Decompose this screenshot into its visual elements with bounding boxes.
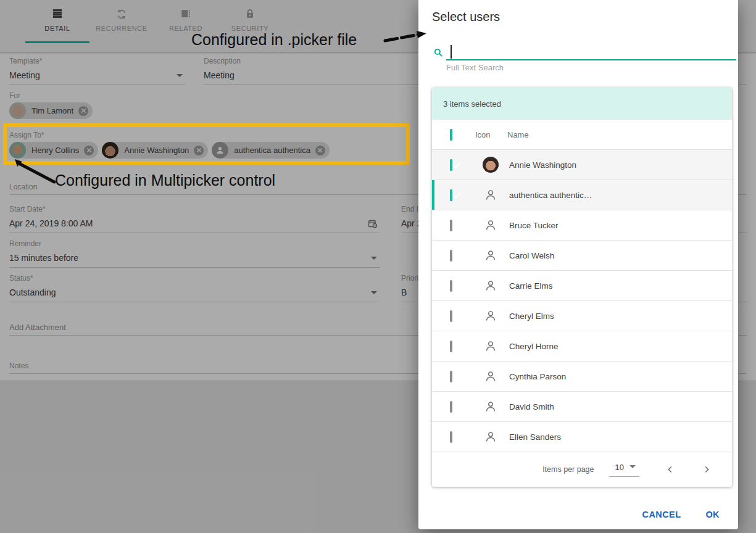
- user-name: Cheryl Elms: [509, 312, 554, 321]
- user-name: Annie Washington: [509, 160, 576, 170]
- user-row[interactable]: Bruce Tucker: [432, 210, 732, 241]
- cancel-button[interactable]: CANCEL: [642, 510, 681, 519]
- user-name: Cheryl Horne: [509, 342, 559, 351]
- previous-page-button[interactable]: [665, 464, 676, 475]
- chevron-down-icon: [629, 465, 636, 468]
- row-checkbox-checked[interactable]: [450, 159, 452, 171]
- user-row[interactable]: Carol Welsh: [432, 241, 732, 271]
- user-name: authentica authentic…: [509, 191, 592, 200]
- row-checkbox[interactable]: [450, 220, 452, 231]
- person-icon: [484, 339, 497, 353]
- text-cursor: [451, 45, 452, 59]
- row-checkbox[interactable]: [450, 401, 452, 413]
- avatar: [483, 157, 499, 173]
- search-icon: [433, 47, 444, 60]
- user-row[interactable]: Annie Washington: [432, 150, 732, 180]
- screen: DETAIL RECURRENCE: [0, 0, 756, 533]
- table-header: Icon Name: [432, 120, 732, 150]
- user-row[interactable]: Cynthia Parson: [432, 362, 732, 392]
- person-icon: [484, 400, 497, 413]
- selection-summary: 3 items selected: [432, 88, 732, 120]
- ok-button[interactable]: OK: [705, 510, 720, 519]
- user-name: Carrie Elms: [509, 281, 553, 291]
- select-users-dialog: Select users Full Text Search 3 items se…: [418, 0, 738, 529]
- row-checkbox[interactable]: [450, 250, 452, 262]
- dialog-title: Select users: [432, 10, 500, 24]
- person-icon: [484, 430, 497, 444]
- user-name: Ellen Sanders: [509, 432, 561, 442]
- next-page-button[interactable]: [701, 464, 712, 475]
- user-row[interactable]: Cheryl Horne: [432, 331, 732, 362]
- select-all-checkbox[interactable]: [450, 129, 452, 141]
- person-icon: [484, 370, 497, 383]
- person-icon: [484, 309, 497, 323]
- row-checkbox[interactable]: [450, 431, 452, 443]
- user-row[interactable]: Ellen Sanders: [432, 422, 732, 452]
- row-checkbox[interactable]: [450, 310, 452, 322]
- search-hint: Full Text Search: [446, 63, 504, 72]
- search-underline: [446, 59, 736, 60]
- users-table: 3 items selected Icon Name Annie Washing…: [432, 88, 732, 487]
- person-icon: [484, 218, 497, 232]
- row-checkbox[interactable]: [450, 341, 452, 352]
- multipicker-highlight-box: [3, 123, 410, 165]
- picker-annotation: Configured in .picker file: [191, 31, 357, 49]
- row-checkbox-checked[interactable]: [450, 189, 452, 201]
- person-icon: [484, 188, 497, 202]
- person-icon: [484, 249, 497, 262]
- row-checkbox[interactable]: [450, 280, 452, 292]
- user-table-rows: Annie Washingtonauthentica authentic…Bru…: [432, 150, 732, 452]
- paginator: Items per page 10: [432, 452, 732, 487]
- user-name: David Smith: [509, 402, 554, 411]
- row-checkbox[interactable]: [450, 371, 452, 382]
- dialog-actions: CANCEL OK: [642, 500, 738, 529]
- page-size-select[interactable]: 10: [609, 463, 639, 477]
- user-name: Bruce Tucker: [509, 221, 559, 230]
- user-row[interactable]: Carrie Elms: [432, 271, 732, 301]
- user-row[interactable]: Cheryl Elms: [432, 301, 732, 331]
- name-column-header: Name: [507, 130, 529, 139]
- page-size-value: 10: [615, 463, 624, 472]
- user-name: Cynthia Parson: [509, 372, 566, 381]
- items-per-page-label: Items per page: [542, 465, 594, 474]
- user-row[interactable]: authentica authentic…: [432, 180, 732, 210]
- user-name: Carol Welsh: [509, 251, 554, 260]
- user-row[interactable]: David Smith: [432, 392, 732, 422]
- person-icon: [484, 279, 497, 292]
- icon-column-header: Icon: [475, 130, 507, 139]
- multipicker-annotation: Configured in Multipicker control: [55, 171, 275, 189]
- search-input[interactable]: [446, 43, 736, 59]
